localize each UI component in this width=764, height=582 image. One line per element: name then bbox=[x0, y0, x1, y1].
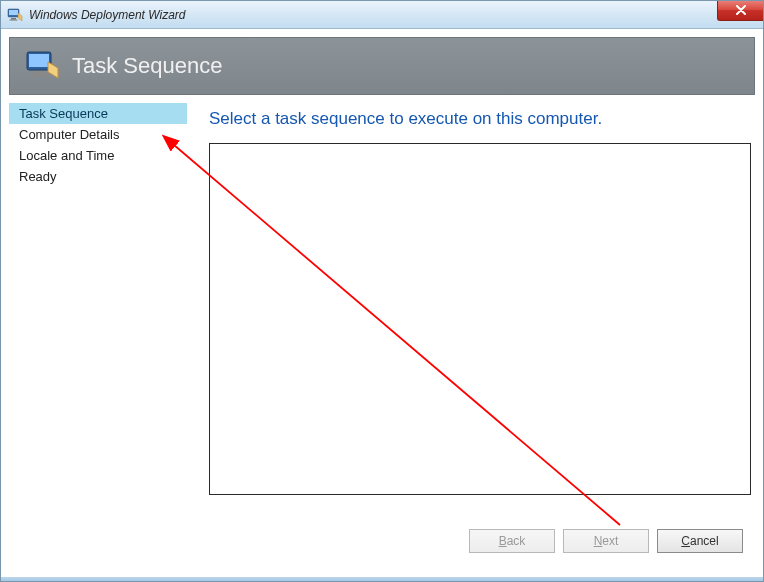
sidebar-item-locale-and-time[interactable]: Locale and Time bbox=[9, 145, 187, 166]
next-label-rest: ext bbox=[602, 534, 618, 548]
back-button: Back bbox=[469, 529, 555, 553]
back-label-rest: ack bbox=[507, 534, 526, 548]
header-band: Task Sequence bbox=[9, 37, 755, 95]
window-title: Windows Deployment Wizard bbox=[29, 8, 186, 22]
computer-icon bbox=[24, 48, 60, 84]
window-bottom-border bbox=[1, 577, 763, 581]
task-sequence-list[interactable] bbox=[209, 143, 751, 495]
wizard-sidebar: Task Sequence Computer Details Locale an… bbox=[9, 95, 187, 515]
sidebar-item-label: Locale and Time bbox=[19, 148, 114, 163]
close-icon bbox=[735, 5, 747, 17]
svg-rect-5 bbox=[29, 54, 49, 67]
sidebar-item-label: Computer Details bbox=[19, 127, 119, 142]
svg-rect-3 bbox=[10, 19, 18, 20]
sidebar-item-computer-details[interactable]: Computer Details bbox=[9, 124, 187, 145]
next-button: Next bbox=[563, 529, 649, 553]
sidebar-item-label: Task Sequence bbox=[19, 106, 108, 121]
wizard-buttons: Back Next Cancel bbox=[469, 529, 743, 553]
svg-rect-7 bbox=[30, 74, 48, 77]
sidebar-item-task-sequence[interactable]: Task Sequence bbox=[9, 103, 187, 124]
main-heading: Select a task sequence to execute on thi… bbox=[209, 109, 751, 129]
close-button[interactable] bbox=[717, 1, 763, 21]
titlebar[interactable]: Windows Deployment Wizard bbox=[1, 1, 763, 29]
cancel-label-rest: ancel bbox=[690, 534, 719, 548]
svg-rect-6 bbox=[34, 71, 44, 74]
sidebar-item-label: Ready bbox=[19, 169, 57, 184]
sidebar-item-ready[interactable]: Ready bbox=[9, 166, 187, 187]
main-panel: Select a task sequence to execute on thi… bbox=[187, 95, 755, 515]
svg-rect-1 bbox=[9, 10, 18, 15]
cancel-button[interactable]: Cancel bbox=[657, 529, 743, 553]
svg-rect-2 bbox=[11, 18, 16, 20]
app-icon bbox=[7, 7, 23, 23]
content-area: Task Sequence Computer Details Locale an… bbox=[9, 95, 755, 515]
wizard-window: Windows Deployment Wizard Task Sequence bbox=[0, 0, 764, 582]
page-title: Task Sequence bbox=[72, 53, 222, 79]
